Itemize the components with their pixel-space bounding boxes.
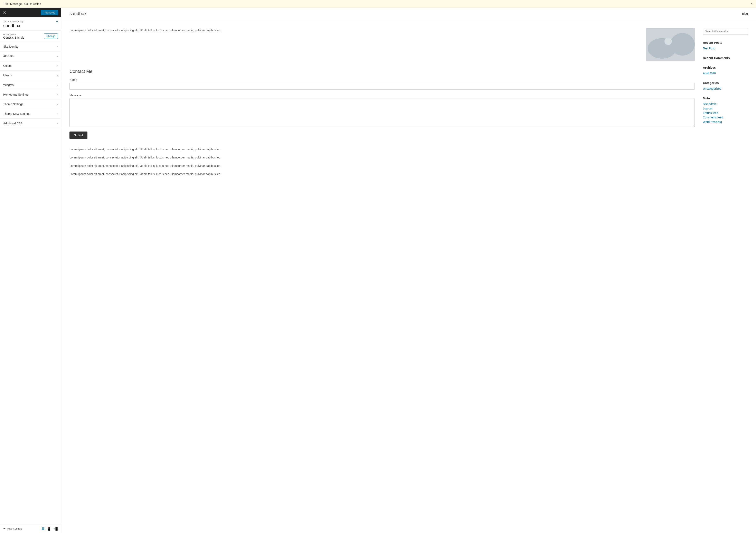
tablet-device-icon[interactable]: 📱 (47, 526, 51, 531)
lorem-paragraph: Lorem ipsum dolor sit amet, consectetur … (69, 155, 695, 160)
intro-text: Lorem ipsum dolor sit amet, consectetur … (69, 28, 639, 33)
sidebar-item-theme-settings[interactable]: Theme Settings › (0, 99, 61, 109)
name-input[interactable] (69, 83, 695, 89)
alert-bar-label: Alert Bar (3, 55, 14, 58)
preview-area: sandbox Blog Lorem ipsum dolor sit amet,… (61, 8, 756, 533)
colors-label: Colors (3, 64, 12, 67)
contact-heading: Contact Me (69, 69, 695, 74)
sidebar-item-widgets[interactable]: Widgets › (0, 80, 61, 90)
log-out-link[interactable]: Log out (703, 107, 748, 110)
categories-heading: Categories (703, 81, 748, 85)
blog-nav-link[interactable]: Blog (742, 12, 748, 15)
hide-controls-label: Hide Controls (7, 527, 22, 530)
device-icons: 🖥 📱 📲 (41, 526, 58, 531)
category-link[interactable]: Uncategorized (703, 87, 748, 90)
sidebar-item-menus[interactable]: Menus › (0, 71, 61, 80)
theme-settings-label: Theme Settings (3, 103, 23, 106)
homepage-settings-label: Homepage Settings (3, 93, 28, 96)
recent-posts-widget: Recent Posts Test Post (703, 41, 748, 50)
chevron-right-icon: › (57, 121, 58, 125)
mobile-device-icon[interactable]: 📲 (53, 526, 58, 531)
title-link[interactable]: Call to Action (24, 2, 41, 6)
preview-site-header: sandbox Blog (61, 8, 756, 20)
name-form-group: Name (69, 78, 695, 89)
message-form-group: Message (69, 94, 695, 127)
name-label: Name (69, 78, 695, 82)
customizer-menu: Site Identity › Alert Bar › Colors › Men… (0, 42, 61, 128)
svg-point-3 (664, 38, 672, 45)
main-layout: ✕ Published ? You are customizing sandbo… (0, 8, 756, 533)
top-bar: Title: Message - Call to Action × (0, 0, 756, 8)
search-widget (703, 28, 748, 35)
lorem-paragraphs: Lorem ipsum dolor sit amet, consectetur … (69, 147, 695, 176)
recent-comments-widget: Recent Comments (703, 56, 748, 60)
contact-section: Contact Me Name Message Submit (69, 69, 695, 139)
preview-main: Lorem ipsum dolor sit amet, consectetur … (69, 28, 695, 180)
widgets-label: Widgets (3, 83, 14, 87)
sidebar-item-colors[interactable]: Colors › (0, 61, 61, 71)
preview-content: Lorem ipsum dolor sit amet, consectetur … (61, 20, 756, 188)
theme-seo-settings-label: Theme SEO Settings (3, 112, 30, 115)
wordpress-org-link[interactable]: WordPress.org (703, 120, 748, 124)
placeholder-image (646, 28, 695, 61)
lorem-paragraph: Lorem ipsum dolor sit amet, consectetur … (69, 147, 695, 152)
top-bar-close-button[interactable]: × (750, 2, 753, 6)
theme-name: Genesis Sample (3, 36, 24, 39)
help-icon[interactable]: ? (56, 20, 58, 24)
you-are-customizing-label: You are customizing (3, 20, 58, 23)
sidebar-item-site-identity[interactable]: Site Identity › (0, 42, 61, 51)
sidebar-item-theme-seo-settings[interactable]: Theme SEO Settings › (0, 109, 61, 119)
sidebar-item-alert-bar[interactable]: Alert Bar › (0, 51, 61, 61)
recent-posts-heading: Recent Posts (703, 41, 748, 44)
recent-post-link[interactable]: Test Post (703, 47, 748, 50)
archives-widget: Archives April 2020 (703, 66, 748, 75)
theme-info: Active theme Genesis Sample (3, 33, 24, 39)
title-prefix: Title: Message - (3, 2, 24, 6)
published-button[interactable]: Published (41, 10, 58, 15)
top-bar-title: Title: Message - Call to Action (3, 2, 41, 6)
svg-point-2 (670, 33, 695, 56)
sidebar-item-homepage-settings[interactable]: Homepage Settings › (0, 90, 61, 99)
preview-site-title: sandbox (69, 11, 86, 16)
chevron-right-icon: › (57, 93, 58, 96)
archive-link[interactable]: April 2020 (703, 72, 748, 75)
desktop-device-icon[interactable]: 🖥 (41, 526, 45, 531)
message-textarea[interactable] (69, 98, 695, 127)
customizing-info: ? You are customizing sandbox (0, 17, 61, 31)
preview-sidebar: Recent Posts Test Post Recent Comments A… (703, 28, 748, 180)
intro-section: Lorem ipsum dolor sit amet, consectetur … (69, 28, 695, 61)
chevron-right-icon: › (57, 73, 58, 77)
categories-widget: Categories Uncategorized (703, 81, 748, 90)
customizer-close-button[interactable]: ✕ (3, 11, 6, 15)
customizer-sidebar: ✕ Published ? You are customizing sandbo… (0, 8, 61, 533)
chevron-right-icon: › (57, 112, 58, 115)
additional-css-label: Additional CSS (3, 122, 22, 125)
sidebar-item-additional-css[interactable]: Additional CSS › (0, 119, 61, 128)
change-theme-button[interactable]: Change (44, 34, 58, 39)
customizer-header: ✕ Published (0, 8, 61, 17)
customizer-footer: 👁 Hide Controls 🖥 📱 📲 (0, 524, 61, 533)
site-admin-link[interactable]: Site Admin (703, 102, 748, 106)
entries-feed-link[interactable]: Entries feed (703, 111, 748, 114)
comments-feed-link[interactable]: Comments feed (703, 116, 748, 119)
recent-comments-heading: Recent Comments (703, 56, 748, 60)
submit-button[interactable]: Submit (69, 132, 88, 139)
chevron-right-icon: › (57, 83, 58, 87)
chevron-right-icon: › (57, 102, 58, 106)
site-name-label: sandbox (3, 23, 58, 28)
menus-label: Menus (3, 74, 12, 77)
search-input[interactable] (703, 28, 748, 35)
active-theme-label: Active theme (3, 33, 24, 36)
archives-heading: Archives (703, 66, 748, 69)
chevron-right-icon: › (57, 45, 58, 48)
hide-controls-button[interactable]: 👁 Hide Controls (3, 527, 22, 530)
lorem-paragraph: Lorem ipsum dolor sit amet, consectetur … (69, 172, 695, 176)
active-theme-section: Active theme Genesis Sample Change (0, 31, 61, 42)
lorem-paragraph: Lorem ipsum dolor sit amet, consectetur … (69, 164, 695, 168)
eye-icon: 👁 (3, 527, 6, 530)
chevron-right-icon: › (57, 54, 58, 58)
chevron-right-icon: › (57, 64, 58, 67)
meta-widget: Meta Site Admin Log out Entries feed Com… (703, 96, 748, 124)
message-label: Message (69, 94, 695, 97)
meta-heading: Meta (703, 96, 748, 100)
